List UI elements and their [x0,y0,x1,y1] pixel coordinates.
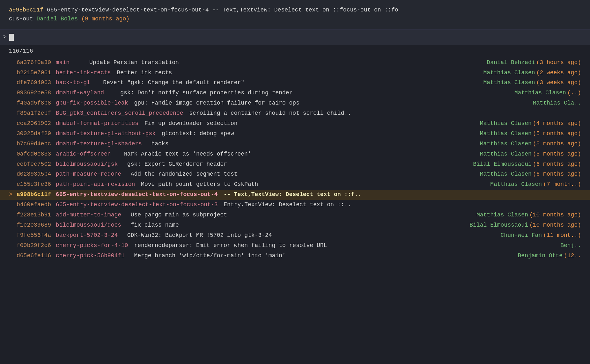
count-text: 116/116 [9,48,33,54]
row-msg: Update Persian translation [72,58,482,67]
row-msg: gpu: Handle image creation failure for c… [131,99,528,108]
row-msg: hacks [144,140,475,149]
row-arrow-empty [9,150,16,159]
row-arrow-empty [9,231,16,240]
prompt-cursor [9,34,14,41]
row-hash: 993692be58 [17,89,55,98]
log-row-12[interactable]: e155c3fe36 path-point-api-revision Move … [0,179,590,190]
row-time: (7 month..) [543,180,581,189]
prompt-arrow: > [3,33,7,42]
log-row-8[interactable]: b7c69d4ebc dmabuf-texture-gl-shaders hac… [0,139,590,149]
row-msg: scrolling a container should not scroll … [186,109,581,118]
row-arrow-empty [9,241,16,250]
row-author: Matthias Clasen [511,89,566,98]
row-arrow: > [9,190,16,199]
row-msg: GDK-Win32: Backport MR !5702 into gtk-3-… [120,231,496,240]
log-row-1[interactable]: b2215e7061 better-ink-rects Better ink r… [0,68,590,78]
git-log-list: 6a376f0a30 main Update Persian translati… [0,58,590,261]
row-arrow-empty [9,129,16,138]
log-row-0[interactable]: 6a376f0a30 main Update Persian translati… [0,58,590,68]
row-author: Matthias Clasen [480,78,535,87]
log-row-15[interactable]: f228e13b91 add-mutter-to-image Use pango… [0,210,590,220]
row-author: Matthias Clasen [473,211,528,220]
row-author: Matthias Clasen [476,170,532,179]
count-line: 116/116 [0,45,590,58]
row-time: (5 months ago) [533,129,581,138]
row-arrow-empty [9,160,16,169]
row-arrow-empty [9,140,16,149]
row-hash: 30025daf29 [17,129,55,138]
row-hash: b2215e7061 [17,69,55,77]
row-branch: better-ink-rects [56,69,111,77]
row-author: Chun-wei Fan [497,231,542,240]
log-row-11[interactable]: d02893a5b4 path-measure-redone Add the r… [0,169,590,179]
row-time: (4 months ago) [533,119,581,128]
row-hash: d02893a5b4 [17,170,55,179]
row-branch: gpu-fix-possible-leak [56,99,128,108]
log-row-19[interactable]: d65e6fe116 cherry-pick-56b904f1 Merge br… [0,251,590,261]
header-commit-line2: cus-out Daniel Boles (9 months ago) [9,15,581,24]
log-row-14[interactable]: b460efaedb 665-entry-textview-deselect-t… [0,200,590,210]
log-row-2[interactable]: dfe7694063 back-to-gl Revert "gsk: Chang… [0,78,590,88]
log-row-7[interactable]: 30025daf29 dmabuf-texture-gl-without-gsk… [0,129,590,139]
row-arrow-empty [9,69,16,77]
log-row-9[interactable]: 0afcd0e833 arabic-offscreen Mark Arabic … [0,149,590,159]
row-hash: f00b29f2c6 [17,241,55,250]
row-arrow-empty [9,180,16,189]
log-row-5[interactable]: f89a1f2ebf BUG_gtk3_containers_scroll_pr… [0,108,590,119]
row-branch: dmabuf-texture-gl-without-gsk [56,129,156,138]
log-row-3[interactable]: 993692be58 dmabuf-wayland gsk: Don't not… [0,88,590,98]
row-hash: f1e2e39689 [17,221,55,230]
row-time: (3 weeks ago) [536,78,581,87]
header-author: Daniel Boles [36,16,78,22]
row-hash: f89a1f2ebf [17,109,55,118]
row-msg: -- Text,TextView: Deselect text on ::f.. [220,190,581,199]
row-branch: bilelmoussaoui/docs [56,221,121,230]
row-msg: Move path point getters to GskPath [137,180,485,189]
row-msg: Add the randomized segment test [124,170,475,179]
row-hash: b7c69d4ebc [17,140,55,149]
row-arrow-empty [9,221,16,230]
header-focus-out: cus-out [9,16,36,22]
row-hash: eebfec7502 [17,160,55,169]
log-row-4[interactable]: f40ad5f8b8 gpu-fix-possible-leak gpu: Ha… [0,98,590,108]
row-arrow-empty [9,119,16,128]
row-hash: a998b6c11f [17,190,55,199]
row-branch: back-to-gl [56,78,90,87]
row-branch: bilelmoussaoui/gsk [56,160,118,169]
row-msg: gsk: Export GLRenderer header [120,160,468,169]
log-row-10[interactable]: eebfec7502 bilelmoussaoui/gsk gsk: Expor… [0,159,590,170]
row-branch: cherry-pick-56b904f1 [56,251,125,260]
row-author: Bilal Elmoussaoui [469,160,531,169]
row-msg: Use pango main as subproject [124,211,472,220]
row-arrow-empty [9,211,16,220]
row-time: (12.. [564,251,581,260]
row-time: (10 months ago) [529,211,581,220]
row-hash: cca2061902 [17,119,55,128]
row-time: (2 weeks ago) [536,69,581,77]
header-commit-block: a998b6c11f 665-entry-textview-deselect-t… [0,0,590,30]
header-separator: -- [212,7,222,13]
row-author: Matthias Clasen [480,69,535,77]
log-row-18[interactable]: f00b29f2c6 cherry-picks-for-4-10 rendern… [0,241,590,251]
log-row-17[interactable]: f9fc556f4a backport-5702-3-24 GDK-Win32:… [0,230,590,241]
row-branch: backport-5702-3-24 [56,231,118,240]
log-row-13[interactable]: > a998b6c11f 665-entry-textview-deselect… [0,190,590,200]
row-author: Matthias Clasen [476,119,532,128]
row-msg: Fix up downloader selection [141,119,475,128]
row-hash: f228e13b91 [17,211,55,220]
row-arrow-empty [9,58,16,67]
row-branch: add-mutter-to-image [56,211,121,220]
row-time: (3 hours ago) [536,58,581,67]
prompt-line[interactable]: > [0,30,590,45]
row-hash: e155c3fe36 [17,180,55,189]
row-branch: path-measure-redone [56,170,121,179]
row-branch: dmabuf-texture-gl-shaders [56,140,142,149]
log-row-6[interactable]: cca2061902 dmabuf-format-priorities Fix … [0,119,590,129]
header-hash: a998b6c11f [9,7,43,13]
log-row-16[interactable]: f1e2e39689 bilelmoussaoui/docs fix class… [0,220,590,230]
row-time: (6 months ago) [533,160,581,169]
row-time: (6 months ago) [533,170,581,179]
header-author-label: on ::fo [374,7,398,13]
header-branch: 665-entry-textview-deselect-text-on-focu… [47,7,209,13]
